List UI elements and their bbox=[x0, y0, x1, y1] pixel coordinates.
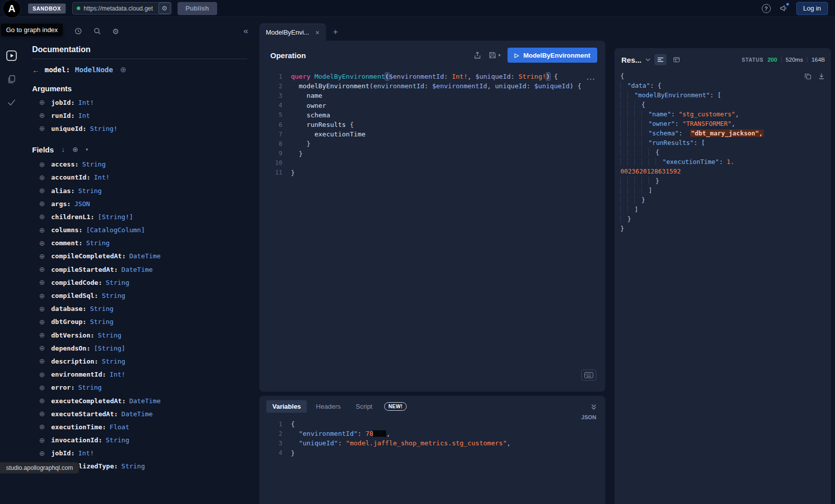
code-line[interactable]: { bbox=[620, 100, 825, 109]
doc-field-row[interactable]: ⊕alias:String bbox=[32, 184, 247, 197]
response-panel-title[interactable]: Res... bbox=[621, 56, 641, 64]
add-to-operation-icon[interactable]: ⊕ bbox=[39, 371, 47, 379]
doc-field-row[interactable]: ⊕childrenL1:[String!] bbox=[32, 210, 247, 223]
doc-field-row[interactable]: ⊕executionTime:Float bbox=[32, 420, 247, 433]
doc-field-row[interactable]: ⊕dbtVersion:String bbox=[32, 328, 247, 342]
field-name[interactable]: executeCompletedAt: bbox=[51, 397, 126, 405]
code-line[interactable]: { bbox=[620, 71, 825, 81]
doc-field-row[interactable]: ⊕executeStartedAt:DateTime bbox=[32, 407, 247, 420]
field-type[interactable]: DateTime bbox=[129, 397, 161, 405]
code-line[interactable]: 9 } bbox=[259, 149, 605, 158]
announcements-icon[interactable] bbox=[779, 4, 788, 13]
doc-field-row[interactable]: ⊕invocationId:String bbox=[32, 434, 247, 447]
sandbox-url-text[interactable]: https://metadata.cloud.get bbox=[84, 5, 158, 12]
operation-more-menu[interactable]: ⋯ bbox=[586, 74, 595, 84]
code-line[interactable]: "name": "stg_customers", bbox=[620, 109, 825, 119]
doc-field-row[interactable]: ⊕jobId:Int! bbox=[32, 96, 247, 109]
field-name[interactable]: dbtVersion: bbox=[51, 331, 94, 339]
add-to-operation-icon[interactable]: ⊕ bbox=[39, 449, 47, 457]
add-to-operation-icon[interactable]: ⊕ bbox=[39, 331, 47, 339]
doc-field-row[interactable]: ⊕args:JSON bbox=[32, 197, 247, 210]
collapse-panel-icon[interactable]: « bbox=[244, 26, 248, 36]
doc-field-row[interactable]: ⊕columns:[CatalogColumn] bbox=[32, 224, 247, 237]
field-name[interactable]: columns: bbox=[51, 226, 83, 234]
add-type-icon[interactable]: ⊕ bbox=[120, 65, 126, 74]
field-name[interactable]: database: bbox=[51, 305, 86, 312]
field-type[interactable]: [CatalogColumn] bbox=[86, 226, 145, 234]
code-line[interactable]: 3 "uniqueId": "model.jaffle_shop_metrics… bbox=[259, 438, 605, 448]
field-type[interactable]: String! bbox=[90, 125, 117, 132]
add-to-operation-icon[interactable]: ⊕ bbox=[39, 278, 47, 286]
add-to-operation-icon[interactable]: ⊕ bbox=[39, 265, 47, 273]
field-type[interactable]: String bbox=[90, 305, 113, 312]
code-line[interactable]: 1query ModelByEnvironment($environmentId… bbox=[259, 72, 605, 81]
code-line[interactable]: 7 executionTime bbox=[259, 129, 605, 139]
field-type[interactable]: String bbox=[90, 318, 113, 325]
field-name[interactable]: invocationId: bbox=[51, 436, 102, 444]
doc-field-row[interactable]: ⊕access:String bbox=[32, 158, 247, 171]
chevron-down-icon[interactable]: ▾ bbox=[86, 147, 88, 152]
field-name[interactable]: childrenL1: bbox=[51, 213, 94, 221]
field-name[interactable]: compileStartedAt: bbox=[51, 266, 118, 273]
doc-field-row[interactable]: ⊕jobId:Int! bbox=[32, 447, 247, 460]
operation-editor[interactable]: 1query ModelByEnvironment($environmentId… bbox=[259, 66, 605, 178]
chevron-down-icon[interactable]: ▾ bbox=[498, 53, 500, 58]
doc-field-row[interactable]: ⊕description:String bbox=[32, 355, 247, 368]
doc-field-row[interactable]: ⊕environmentId:Int! bbox=[32, 368, 247, 381]
code-line[interactable]: "schema": "dbt_mary_jackson", bbox=[620, 128, 825, 138]
save-icon[interactable]: ▾ bbox=[488, 51, 500, 59]
code-line[interactable]: "modelByEnvironment": [ bbox=[620, 90, 825, 100]
apollo-logo[interactable]: A bbox=[3, 0, 21, 18]
code-line[interactable]: 10 bbox=[259, 158, 605, 168]
add-to-operation-icon[interactable]: ⊕ bbox=[39, 410, 47, 418]
copy-response-icon[interactable] bbox=[804, 73, 811, 80]
add-to-operation-icon[interactable]: ⊕ bbox=[39, 200, 47, 208]
field-name[interactable]: jobId: bbox=[51, 99, 75, 106]
login-button[interactable]: Log in bbox=[796, 2, 828, 15]
add-to-operation-icon[interactable]: ⊕ bbox=[39, 174, 47, 182]
field-name[interactable]: uniqueId: bbox=[51, 125, 86, 132]
field-name[interactable]: dependsOn: bbox=[51, 345, 90, 352]
doc-field-row[interactable]: ⊕compileStartedAt:DateTime bbox=[32, 263, 247, 276]
add-all-fields-icon[interactable]: ⊕ bbox=[72, 145, 78, 153]
add-to-operation-icon[interactable]: ⊕ bbox=[39, 318, 47, 326]
add-to-operation-icon[interactable]: ⊕ bbox=[39, 213, 47, 221]
field-name[interactable]: comment: bbox=[51, 239, 83, 247]
field-type[interactable]: DateTime bbox=[121, 266, 153, 273]
field-type[interactable]: [String!] bbox=[98, 213, 133, 221]
field-name[interactable]: error: bbox=[51, 384, 75, 391]
rail-documents-icon[interactable] bbox=[7, 74, 17, 84]
variables-editor[interactable]: 1{2 "environmentId": 78,3 "uniqueId": "m… bbox=[259, 419, 605, 458]
field-name[interactable]: jobId: bbox=[51, 449, 75, 457]
code-line[interactable]: } bbox=[620, 176, 825, 186]
add-to-operation-icon[interactable]: ⊕ bbox=[39, 436, 47, 444]
field-name[interactable]: description: bbox=[51, 358, 98, 365]
field-type[interactable]: Float bbox=[110, 423, 129, 431]
connection-settings-button[interactable]: ⚙ bbox=[158, 3, 171, 14]
field-type[interactable]: String bbox=[78, 187, 102, 195]
history-icon[interactable] bbox=[74, 27, 82, 35]
search-icon[interactable] bbox=[93, 27, 101, 35]
field-name[interactable]: alias: bbox=[51, 187, 75, 195]
doc-field-row[interactable]: ⊕uniqueId:String! bbox=[32, 122, 247, 135]
tab-script[interactable]: Script bbox=[350, 400, 378, 413]
doc-field-row[interactable]: ⊕comment:String bbox=[32, 237, 247, 250]
field-type[interactable]: String bbox=[102, 292, 125, 299]
add-to-operation-icon[interactable]: ⊕ bbox=[39, 423, 47, 431]
field-type[interactable]: String bbox=[102, 358, 125, 365]
add-to-operation-icon[interactable]: ⊕ bbox=[39, 160, 47, 169]
add-to-operation-icon[interactable]: ⊕ bbox=[39, 252, 47, 260]
code-line[interactable]: 2 modelByEnvironment(environmentId: $env… bbox=[259, 81, 605, 91]
field-name[interactable]: compiledSql: bbox=[51, 292, 98, 299]
code-line[interactable]: 4} bbox=[259, 448, 605, 458]
code-line[interactable]: "data": { bbox=[620, 81, 825, 90]
code-line[interactable]: "executionTime": 1. bbox=[620, 157, 825, 166]
tab-variables[interactable]: Variables bbox=[266, 400, 307, 413]
field-type[interactable]: String bbox=[98, 331, 121, 339]
code-line[interactable]: ] bbox=[620, 186, 825, 195]
run-operation-button[interactable]: ▷ ModelByEnvironment bbox=[508, 48, 597, 63]
field-type[interactable]: String bbox=[86, 239, 110, 247]
code-line[interactable]: { bbox=[620, 147, 825, 157]
doc-field-row[interactable]: ⊕dbtGroup:String bbox=[32, 315, 247, 328]
add-to-operation-icon[interactable]: ⊕ bbox=[39, 357, 47, 365]
